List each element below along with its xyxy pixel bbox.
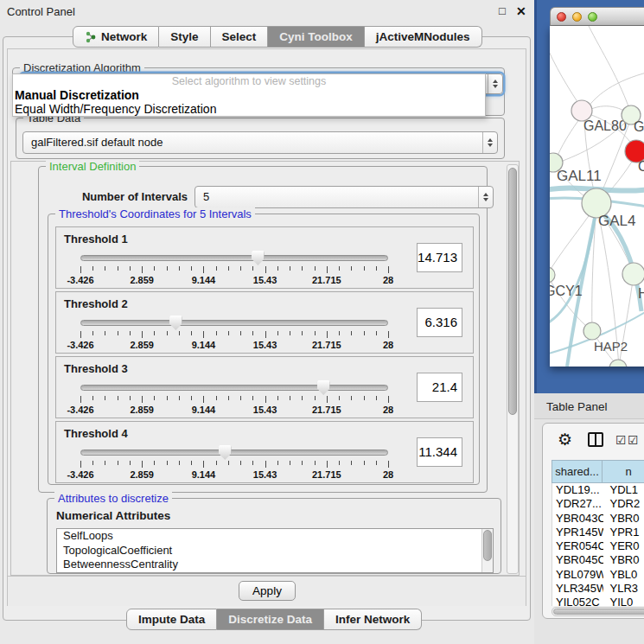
close-icon[interactable]: ✕ — [516, 4, 526, 18]
attribute-item-selfloops[interactable]: SelfLoops — [57, 529, 493, 544]
network-node-gcy1[interactable] — [550, 267, 555, 283]
cell-shared-name[interactable]: YBR045C — [552, 553, 603, 567]
tab-select[interactable]: Select — [211, 26, 269, 48]
threshold-value-field[interactable]: 21.4 — [417, 373, 462, 402]
cell-shared-name[interactable]: YER054C — [552, 539, 603, 553]
cell-shared-name[interactable]: YLR345W — [552, 582, 603, 596]
cell-shared-name[interactable]: YDL19... — [552, 483, 603, 497]
threshold-slider[interactable]: -3.4262.8599.14415.4321.71528 — [80, 385, 388, 414]
tab-jactivemnodules[interactable]: jActiveMNodules — [365, 26, 482, 48]
table-horizontal-scrollbar[interactable] — [552, 607, 644, 616]
popup-item-equal-width-frequency-discretization[interactable]: Equal Width/Frequency Discretization — [15, 102, 216, 116]
network-node-hap2[interactable] — [583, 322, 601, 340]
table-row[interactable]: YDR27...YDR2 — [552, 497, 644, 511]
tick-mark — [327, 266, 328, 273]
table-row[interactable]: YBR043CYBR0 — [552, 512, 644, 526]
table-toolbar: ⚙ ☑ ☑ — [543, 424, 644, 458]
tick-mark — [118, 461, 118, 465]
cell-name[interactable]: YLR3 — [603, 582, 644, 596]
popup-item-manual-discretization[interactable]: Manual Discretization — [15, 88, 139, 102]
slider-track[interactable] — [80, 385, 388, 391]
table-row[interactable]: YLR345WYLR3 — [552, 582, 644, 596]
network-canvas[interactable]: GAL80GACGAL11GAL4GCY1HHAP2 — [550, 26, 644, 367]
cell-name[interactable]: YBR0 — [603, 512, 644, 526]
tick-mark — [240, 266, 241, 271]
threshold-value-field[interactable]: 6.316 — [417, 308, 462, 337]
close-traffic-light-icon[interactable] — [557, 12, 566, 22]
cell-name[interactable]: YIL0 — [603, 596, 644, 606]
tick-mark — [142, 396, 143, 403]
table-data-combobox[interactable]: galFiltered.sif default node — [22, 131, 498, 154]
tick-mark — [105, 266, 105, 271]
column-layout-icon[interactable] — [588, 432, 603, 447]
tick-mark — [92, 266, 93, 271]
slider-thumb-icon[interactable] — [219, 445, 232, 460]
tab-style[interactable]: Style — [159, 26, 210, 48]
network-node[interactable] — [609, 360, 627, 367]
tab-impute-data[interactable]: Impute Data — [126, 609, 217, 630]
combo-stepper-icon[interactable] — [482, 132, 497, 153]
cell-name[interactable]: YBR0 — [603, 553, 644, 567]
slider-track[interactable] — [80, 320, 388, 326]
cell-shared-name[interactable]: YDR27... — [552, 497, 603, 511]
slider-track[interactable] — [80, 450, 388, 456]
tab-network[interactable]: Network — [73, 26, 159, 48]
threshold-slider[interactable]: -3.4262.8599.14415.4321.71528 — [80, 255, 388, 284]
column-header-shared-name[interactable]: shared... — [552, 460, 603, 483]
threshold-value-field[interactable]: 11.344 — [417, 437, 462, 467]
float-window-icon[interactable]: □ — [499, 4, 506, 17]
network-node-label: GAL11 — [557, 168, 602, 184]
attribute-item-topologicalcoefficient[interactable]: TopologicalCoefficient — [57, 544, 493, 558]
tab-infer-network[interactable]: Infer Network — [324, 609, 422, 630]
table-panel-card: ⚙ ☑ ☑ shared... n YDL19...YDL1YDR27...YD… — [542, 423, 644, 619]
attributes-scrollbar[interactable] — [481, 529, 493, 572]
slider-track[interactable] — [80, 255, 388, 261]
scrollbar-thumb[interactable] — [508, 168, 517, 415]
table-row[interactable]: YIL052CYIL0 — [552, 596, 644, 606]
cell-shared-name[interactable]: YBR043C — [552, 512, 603, 526]
combo-stepper-icon[interactable] — [488, 74, 502, 93]
table-row[interactable]: YBL079WYBL0 — [552, 568, 644, 582]
minimize-traffic-light-icon[interactable] — [572, 12, 582, 22]
network-node-h[interactable] — [622, 263, 644, 285]
tick-mark — [228, 396, 229, 400]
cell-name[interactable]: YBL0 — [603, 568, 644, 582]
tab-cyni-toolbox[interactable]: Cyni Toolbox — [268, 26, 365, 48]
slider-thumb-icon[interactable] — [317, 380, 330, 395]
cell-name[interactable]: YDL1 — [603, 483, 644, 497]
tick-mark — [191, 396, 192, 400]
panel-scrollbar[interactable] — [507, 164, 519, 574]
combo-stepper-icon[interactable] — [478, 187, 493, 207]
tick-mark — [142, 331, 143, 338]
table-row[interactable]: YBR045CYBR0 — [552, 553, 644, 567]
checkbox-icon[interactable]: ☑ — [615, 433, 627, 447]
column-header-name[interactable]: n — [603, 460, 644, 483]
tab-discretize-data[interactable]: Discretize Data — [217, 609, 324, 630]
number-of-intervals-combobox[interactable]: 5 — [194, 186, 494, 208]
threshold-slider[interactable]: -3.4262.8599.14415.4321.71528 — [80, 320, 388, 349]
table-row[interactable]: YER054CYER0 — [552, 539, 644, 553]
checkbox-icon[interactable]: ☑ — [628, 433, 639, 447]
cell-shared-name[interactable]: YPR145W — [552, 526, 603, 539]
table-row[interactable]: YPR145WYPR1 — [552, 526, 644, 539]
threshold-slider[interactable]: -3.4262.8599.14415.4321.71528 — [80, 450, 388, 479]
scrollbar-thumb[interactable] — [483, 530, 492, 561]
table-row[interactable]: YDL19...YDL1 — [552, 483, 644, 497]
gear-icon[interactable]: ⚙ — [558, 430, 572, 450]
threshold-value-field[interactable]: 14.713 — [417, 243, 462, 272]
network-graph[interactable]: GAL80GACGAL11GAL4GCY1HHAP2 — [550, 26, 644, 367]
tick-mark — [277, 461, 278, 465]
cell-name[interactable]: YER0 — [603, 539, 644, 553]
zoom-traffic-light-icon[interactable] — [588, 12, 597, 22]
cell-name[interactable]: YDR2 — [603, 497, 644, 511]
slider-thumb-icon[interactable] — [252, 251, 265, 265]
tick-mark — [315, 461, 316, 465]
slider-thumb-icon[interactable] — [169, 316, 182, 330]
numerical-attributes-list[interactable]: SelfLoopsTopologicalCoefficientBetweenne… — [56, 528, 494, 573]
apply-button[interactable]: Apply — [239, 581, 296, 601]
scrollbar-thumb[interactable] — [553, 609, 644, 615]
cell-shared-name[interactable]: YBL079W — [552, 568, 603, 582]
cell-shared-name[interactable]: YIL052C — [552, 596, 603, 606]
cell-name[interactable]: YPR1 — [603, 526, 644, 539]
attribute-item-betweennesscentrality[interactable]: BetweennessCentrality — [57, 558, 493, 572]
